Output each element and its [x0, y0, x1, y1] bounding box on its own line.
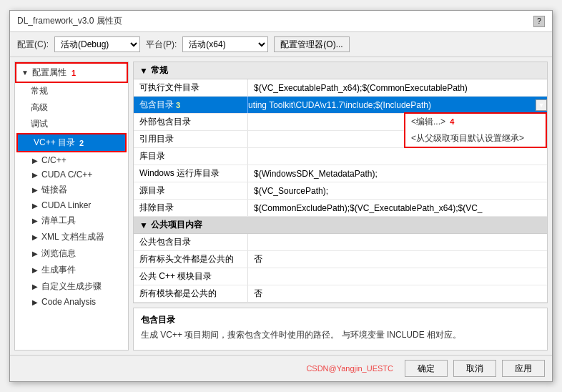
table-row-all-modules-public: 所有模块都是公共的 否 [134, 285, 547, 303]
prop-name-exec-dir: 可执行文件目录 [134, 79, 248, 96]
prop-name-ref-dir: 引用目录 [134, 131, 248, 147]
build-events-arrow: ▶ [31, 266, 39, 274]
badge-4: 4 [450, 117, 454, 126]
platform-select[interactable]: 活动(x64) [182, 36, 268, 52]
sidebar-item-xml-gen-label: XML 文档生成器 [41, 231, 104, 243]
title-bar: DL_framework_v3.0 属性页 ? [10, 11, 552, 32]
tree-root-label: 配置属性 [32, 67, 66, 79]
section-gonggong-label: 公共项目内容 [151, 219, 202, 231]
tree-root[interactable]: ▼ 配置属性 1 [15, 62, 128, 83]
prop-name-win-lib-dir: Windows 运行库目录 [134, 165, 248, 182]
prop-value-exec-dir: $(VC_ExecutablePath_x64);$(CommonExecuta… [248, 79, 547, 96]
sidebar-item-clean-tool[interactable]: ▶ 清单工具 [15, 212, 128, 229]
config-bar: 配置(C): 活动(Debug) 平台(P): 活动(x64) 配置管理器(O)… [10, 32, 552, 57]
config-select[interactable]: 活动(Debug) [54, 36, 140, 52]
prop-value-pub-module-dir [248, 268, 547, 285]
sidebar-item-cuda-cpp[interactable]: ▶ CUDA C/C++ [15, 167, 128, 182]
sidebar-item-vc-dirs-wrapper: VC++ 目录 2 [16, 133, 127, 152]
browse-arrow: ▶ [31, 250, 39, 258]
dropdown-item-edit[interactable]: <编辑...> 4 [405, 114, 546, 130]
sidebar-item-advanced[interactable]: 高级 [15, 99, 128, 116]
sidebar-item-clean-tool-label: 清单工具 [41, 215, 76, 227]
ok-button[interactable]: 确定 [405, 360, 448, 377]
sidebar-item-code-analysis[interactable]: ▶ Code Analysis [15, 295, 128, 309]
table-row-include-dir[interactable]: 包含目录 3 uting Toolkit\CUDA\v11.7\include;… [134, 97, 547, 114]
sidebar-item-debug[interactable]: 调试 [15, 116, 128, 132]
prop-name-pub-module-dir: 公共 C++ 模块目录 [134, 268, 248, 285]
custom-step-arrow: ▶ [31, 283, 39, 290]
prop-value-include-dir: uting Toolkit\CUDA\v11.7\include;$(Inclu… [248, 100, 536, 110]
sidebar-item-build-events[interactable]: ▶ 生成事件 [15, 262, 128, 278]
sidebar-item-linker-label: 链接器 [41, 184, 67, 196]
sidebar-item-vc-dirs-label: VC++ 目录 [34, 137, 75, 149]
table-row-pub-include: 公共包含目录 [134, 234, 547, 251]
badge-2: 2 [79, 139, 84, 147]
sidebar-item-custom-step[interactable]: ▶ 自定义生成步骤 [15, 278, 128, 295]
sidebar-item-browse-label: 浏览信息 [41, 248, 76, 260]
table-row-pub-module-dir: 公共 C++ 模块目录 [134, 268, 547, 285]
include-dir-dropdown-popup: <编辑...> 4 <从父级取项目默认设置继承> [404, 112, 547, 148]
sidebar-item-c-cpp[interactable]: ▶ C/C++ [15, 153, 128, 167]
section-changgui-label: 常规 [151, 64, 168, 77]
prop-value-lib-dir [248, 148, 547, 165]
config-manager-button[interactable]: 配置管理器(O)... [274, 36, 349, 52]
prop-name-include-dir: 包含目录 3 [134, 97, 248, 113]
table-row-excl-dir: 排除目录 $(CommonExcludePath);$(VC_Executabl… [134, 200, 547, 217]
prop-name-ext-include: 外部包含目录 [134, 114, 248, 130]
linker-arrow: ▶ [31, 186, 39, 194]
code-analysis-arrow: ▶ [31, 298, 39, 306]
title-controls: ? [533, 16, 545, 27]
sidebar-item-vc-dirs[interactable]: VC++ 目录 2 [18, 134, 125, 151]
main-dialog: DL_framework_v3.0 属性页 ? 配置(C): 活动(Debug)… [9, 10, 553, 382]
sidebar-item-normal-label: 常规 [31, 85, 48, 97]
prop-value-all-headers-public: 否 [248, 251, 547, 268]
prop-value-win-lib-dir: $(WindowsSDK_MetadataPath); [248, 165, 547, 182]
prop-value-excl-dir: $(CommonExcludePath);$(VC_ExecutablePath… [248, 200, 547, 216]
description-title: 包含目录 [141, 314, 540, 326]
chevron-down-icon: ▼ [139, 66, 148, 76]
section-gonggong: ▼ 公共项目内容 [134, 217, 547, 234]
sidebar-item-normal[interactable]: 常规 [15, 83, 128, 99]
sidebar-item-xml-gen[interactable]: ▶ XML 文档生成器 [15, 229, 128, 245]
chevron-down-icon-2: ▼ [139, 220, 148, 230]
section-changgui: ▼ 常规 [134, 62, 547, 79]
sidebar-item-linker[interactable]: ▶ 链接器 [15, 182, 128, 198]
badge-1: 1 [72, 69, 76, 77]
description-panel: 包含目录 生成 VC++ 项目期间，搜索包含文件时使用的路径。 与环境变量 IN… [133, 308, 548, 351]
prop-name-excl-dir: 排除目录 [134, 200, 248, 216]
sidebar-item-cuda-cpp-label: CUDA C/C++ [41, 170, 92, 180]
help-button[interactable]: ? [533, 16, 545, 27]
tree-root-arrow: ▼ [21, 69, 29, 77]
table-row-src-dir: 源目录 $(VC_SourcePath); [134, 182, 547, 200]
sidebar-item-advanced-label: 高级 [31, 102, 48, 114]
dialog-title: DL_framework_v3.0 属性页 [17, 15, 122, 27]
table-row-win-lib-dir: Windows 运行库目录 $(WindowsSDK_MetadataPath)… [134, 165, 547, 182]
sidebar-item-c-cpp-label: C/C++ [41, 155, 66, 165]
sidebar-item-build-events-label: 生成事件 [41, 264, 76, 276]
prop-value-include-dir-wrapper: uting Toolkit\CUDA\v11.7\include;$(Inclu… [248, 97, 547, 113]
prop-name-all-headers-public: 所有标头文件都是公共的 [134, 251, 248, 268]
cancel-button[interactable]: 取消 [453, 360, 496, 377]
prop-name-src-dir: 源目录 [134, 182, 248, 199]
dropdown-item-inherit[interactable]: <从父级取项目默认设置继承> [405, 130, 546, 147]
table-row-exec-dir: 可执行文件目录 $(VC_ExecutablePath_x64);$(Commo… [134, 79, 547, 97]
prop-value-pub-include [248, 234, 547, 250]
sidebar-item-debug-label: 调试 [31, 118, 48, 130]
left-panel: ▼ 配置属性 1 常规 高级 调试 VC++ 目录 2 ▶ [14, 62, 129, 351]
sidebar-item-custom-step-label: 自定义生成步骤 [41, 280, 102, 293]
config-label: 配置(C): [17, 39, 49, 51]
prop-value-all-modules-public: 否 [248, 285, 547, 302]
sidebar-item-code-analysis-label: Code Analysis [41, 297, 96, 307]
sidebar-item-browse[interactable]: ▶ 浏览信息 [15, 245, 128, 262]
sidebar-item-cuda-linker[interactable]: ▶ CUDA Linker [15, 198, 128, 212]
bottom-bar: CSDN@Yangjin_UESTC 确定 取消 应用 [10, 355, 552, 381]
apply-button[interactable]: 应用 [502, 360, 545, 377]
include-dir-dropdown-btn[interactable]: ▼ [536, 99, 547, 111]
description-text: 生成 VC++ 项目期间，搜索包含文件时使用的路径。 与环境变量 INCLUDE… [141, 329, 540, 341]
c-cpp-arrow: ▶ [31, 157, 39, 165]
watermark: CSDN@Yangjin_UESTC [306, 364, 393, 373]
prop-name-lib-dir: 库目录 [134, 148, 248, 165]
platform-label: 平台(P): [146, 39, 177, 51]
sidebar-item-cuda-linker-label: CUDA Linker [41, 200, 91, 210]
cuda-linker-arrow: ▶ [31, 202, 39, 210]
